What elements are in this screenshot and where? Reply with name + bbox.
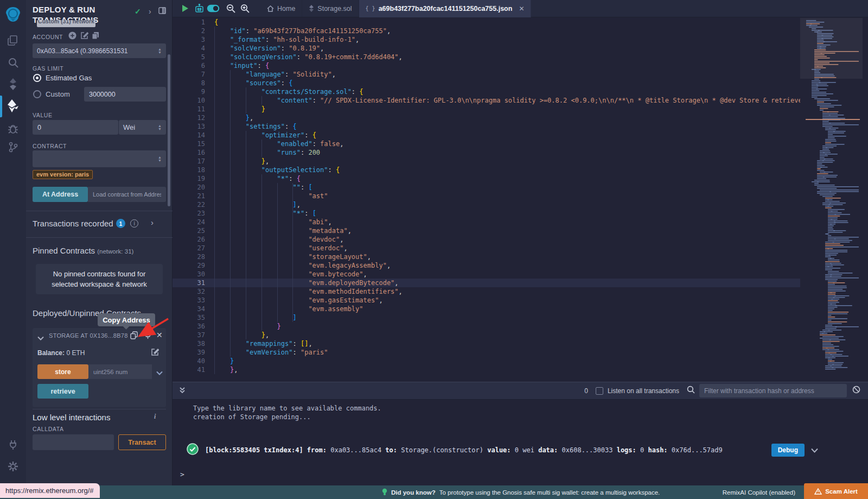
code-line[interactable]: 8"sources": { xyxy=(173,79,800,87)
load-contract-input[interactable]: Load contract from Address xyxy=(88,187,166,202)
pin-contract-icon[interactable] xyxy=(144,331,151,342)
code-line[interactable]: 4"solcVersion": "0.8.19", xyxy=(173,44,800,53)
solidity-compiler-icon[interactable] xyxy=(0,75,26,93)
run-script-play-icon[interactable] xyxy=(178,0,192,17)
transact-button[interactable]: Transact xyxy=(118,434,166,450)
code-line[interactable]: 1{ xyxy=(173,18,800,27)
copilot-status[interactable]: RemixAI Copilot (enabled) xyxy=(723,485,795,499)
code-line[interactable]: 36} xyxy=(173,322,800,331)
code-line[interactable]: 5"solcLongVersion": "0.8.19+commit.7dd6d… xyxy=(173,53,800,61)
edit-balance-icon[interactable] xyxy=(151,348,159,358)
store-arg-input[interactable]: uint256 num xyxy=(88,364,152,379)
code-line[interactable]: 39"evmVersion": "paris" xyxy=(173,348,800,357)
collapse-contract-chevron-icon[interactable] xyxy=(37,333,44,343)
code-line[interactable]: 24"abi", xyxy=(173,218,800,226)
code-line[interactable]: 34"evm.assembly" xyxy=(173,305,800,313)
code-line[interactable]: 2"id": "a69b43f277ba20fcac141151250ca755… xyxy=(173,27,800,35)
at-address-button[interactable]: At Address xyxy=(33,187,88,202)
code-line[interactable]: 3"_format": "hh-sol-build-info-1", xyxy=(173,35,800,44)
code-line[interactable]: 6"input": { xyxy=(173,61,800,70)
tab-build-info-json[interactable]: { } a69b43f277ba20fcac141151250ca755.jso… xyxy=(359,0,532,17)
settings-gear-icon[interactable] xyxy=(0,457,26,476)
add-account-icon[interactable] xyxy=(68,31,76,42)
store-button[interactable]: store xyxy=(37,364,88,379)
code-line[interactable]: 33"evm.gasEstimates", xyxy=(173,296,800,305)
code-line[interactable]: 37}, xyxy=(173,331,800,339)
code-line[interactable]: 22], xyxy=(173,200,800,209)
code-line[interactable]: 7"language": "Solidity", xyxy=(173,70,800,79)
calldata-input[interactable] xyxy=(33,434,114,450)
close-tab-icon[interactable]: ✕ xyxy=(519,5,524,12)
panel-scrollbar[interactable] xyxy=(168,54,170,206)
edit-account-icon[interactable] xyxy=(80,31,88,42)
remove-contract-icon[interactable]: ✕ xyxy=(156,331,163,339)
code-line[interactable]: 26"devdoc", xyxy=(173,235,800,244)
scam-alert-button[interactable]: Scam Alert xyxy=(804,483,868,499)
code-line[interactable]: 29"evm.legacyAssembly", xyxy=(173,261,800,270)
git-icon[interactable] xyxy=(0,138,26,156)
code-line[interactable]: 19"*": { xyxy=(173,174,800,183)
estimated-gas-radio[interactable] xyxy=(33,74,41,82)
terminal-output[interactable]: Type the library name to see available c… xyxy=(173,400,868,485)
code-line[interactable]: 20"": [ xyxy=(173,183,800,192)
clear-console-icon[interactable] xyxy=(852,386,860,396)
retrieve-button[interactable]: retrieve xyxy=(37,384,88,399)
remix-logo-icon[interactable] xyxy=(0,3,26,27)
code-line[interactable]: 25"metadata", xyxy=(173,226,800,235)
expand-transactions-chevron[interactable]: › xyxy=(151,218,154,227)
copy-address-icon[interactable] xyxy=(130,331,138,342)
code-line[interactable]: 40} xyxy=(173,357,800,365)
file-explorer-icon[interactable] xyxy=(0,31,26,50)
code-editor[interactable]: 1{2"id": "a69b43f277ba20fcac141151250ca7… xyxy=(173,18,800,376)
zoom-out-icon[interactable] xyxy=(224,0,238,17)
account-select[interactable]: 0xA03...85ac4 (0.39866531531 ▲▼ xyxy=(33,43,166,58)
code-line[interactable]: 17}, xyxy=(173,157,800,166)
code-line[interactable]: 10"content": "// SPDX-License-Identifier… xyxy=(173,96,800,105)
plugin-manager-icon[interactable] xyxy=(0,435,26,454)
code-line[interactable]: 21"ast" xyxy=(173,192,800,200)
tab-storage-sol[interactable]: Storage.sol xyxy=(302,0,359,17)
expand-args-chevron-icon[interactable] xyxy=(156,368,163,377)
code-line[interactable]: 32"evm.methodIdentifiers", xyxy=(173,287,800,296)
debugger-icon[interactable] xyxy=(0,119,26,138)
listen-all-transactions-checkbox[interactable] xyxy=(596,387,603,395)
tab-home[interactable]: Home xyxy=(260,0,302,17)
expand-terminal-chevrons-icon[interactable] xyxy=(179,386,186,396)
code-line[interactable]: 41}, xyxy=(173,365,800,374)
copilot-toggle-icon[interactable] xyxy=(206,0,220,17)
expand-tx-chevron-icon[interactable] xyxy=(811,445,818,455)
code-line[interactable]: 28"storageLayout", xyxy=(173,252,800,261)
code-line[interactable]: 13"settings": { xyxy=(173,122,800,131)
minimap[interactable] xyxy=(800,18,863,376)
code-line[interactable]: 16"runs": 200 xyxy=(173,148,800,157)
code-line[interactable]: 11} xyxy=(173,105,800,113)
filter-transactions-input[interactable] xyxy=(699,384,847,397)
contract-select[interactable]: ▲▼ xyxy=(33,150,166,167)
chevron-right-icon[interactable]: › xyxy=(149,7,151,16)
code-line[interactable]: 9"contracts/Storage.sol": { xyxy=(173,87,800,96)
pin-panel-icon[interactable] xyxy=(158,7,166,16)
code-line[interactable]: 35] xyxy=(173,313,800,322)
code-line[interactable]: 30"evm.bytecode", xyxy=(173,270,800,279)
copy-account-icon[interactable] xyxy=(92,31,99,42)
info-icon[interactable]: i xyxy=(130,219,138,228)
code-line[interactable]: 12}, xyxy=(173,113,800,122)
code-line[interactable]: 27"userdoc", xyxy=(173,244,800,252)
code-line[interactable]: 14"optimizer": { xyxy=(173,131,800,140)
deploy-run-icon[interactable] xyxy=(0,97,26,115)
code-line[interactable]: 15"enabled": false, xyxy=(173,140,800,148)
code-line[interactable]: 18"outputSelection": { xyxy=(173,166,800,174)
terminal-search-icon[interactable] xyxy=(687,386,695,396)
info-icon[interactable]: i xyxy=(154,413,156,421)
custom-gas-input[interactable]: 3000000 xyxy=(84,87,166,102)
code-line[interactable]: 23"*": [ xyxy=(173,209,800,218)
code-line[interactable]: 31"evm.deployedBytecode", xyxy=(173,279,800,287)
debug-button[interactable]: Debug xyxy=(771,444,805,457)
remixai-robot-icon[interactable] xyxy=(192,0,206,17)
code-line[interactable]: 38"remappings": [], xyxy=(173,339,800,348)
transaction-log-row[interactable]: [block:5583405 txIndex:4] from: 0xa03...… xyxy=(173,438,868,463)
value-unit-select[interactable]: Wei ▲▼ xyxy=(119,120,166,135)
search-icon[interactable] xyxy=(0,53,26,72)
value-input[interactable]: 0 xyxy=(33,120,118,135)
zoom-in-icon[interactable] xyxy=(238,0,252,17)
